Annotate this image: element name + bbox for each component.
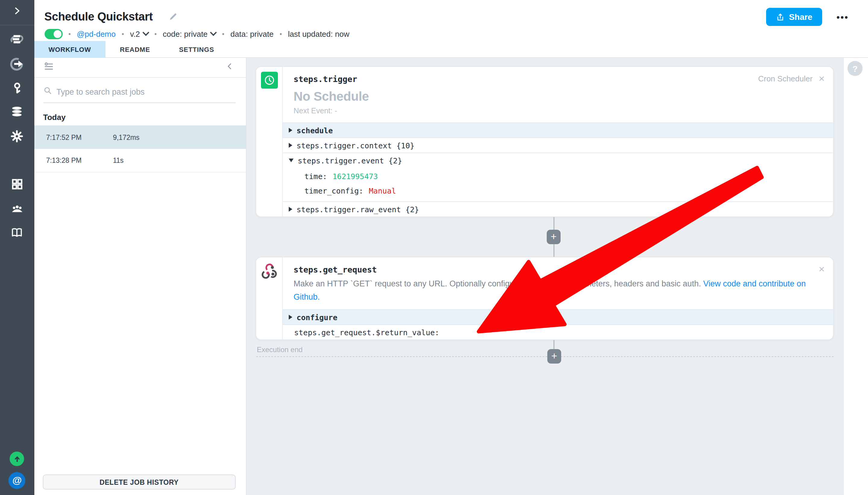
trigger-event-children: time: 1621995473 timer_config: Manual xyxy=(283,168,833,201)
job-row[interactable]: 7:13:28 PM 11s xyxy=(34,149,246,172)
page-title: Schedule Quickstart xyxy=(44,10,153,23)
step-connector xyxy=(256,340,834,356)
chevron-down-icon xyxy=(210,29,217,36)
share-icon xyxy=(776,12,785,21)
collapse-panel-button[interactable] xyxy=(225,62,234,73)
owner-link[interactable]: @pd-demo xyxy=(77,29,116,38)
pipeline-icon xyxy=(10,32,24,49)
chevron-down-icon xyxy=(142,29,150,36)
sidebar-item-community[interactable] xyxy=(0,198,34,222)
right-strip: ? xyxy=(844,58,868,495)
chevron-right-icon xyxy=(12,6,22,18)
help-button[interactable]: ? xyxy=(848,61,863,76)
active-toggle[interactable] xyxy=(44,29,63,39)
sidebar-item-settings[interactable] xyxy=(0,125,34,149)
at-icon: @ xyxy=(9,472,25,489)
tab-bar: WORKFLOW README SETTINGS xyxy=(34,41,868,58)
expand-right-icon xyxy=(289,315,292,320)
job-time: 7:17:52 PM xyxy=(46,134,82,141)
row-configure[interactable]: configure xyxy=(283,309,833,324)
tab-readme[interactable]: README xyxy=(105,41,164,58)
row-trigger-raw-event[interactable]: steps.trigger.raw_event {2} xyxy=(283,201,833,217)
header: Schedule Quickstart Share ••• • xyxy=(34,0,868,58)
execution-end-line: Execution end + xyxy=(256,356,834,357)
code-visibility-dropdown[interactable]: code: private xyxy=(163,29,216,38)
job-duration: 9,172ms xyxy=(113,134,140,141)
data-visibility-label: data: private xyxy=(230,29,274,38)
sidebar-item-event-sources[interactable] xyxy=(0,53,34,77)
step-gutter xyxy=(256,67,283,217)
step-service-label: Cron Scheduler xyxy=(758,74,813,83)
workflow-meta: • @pd-demo • v.2 • code: private • data:… xyxy=(34,27,868,41)
event-timer-config-value: Manual xyxy=(369,186,396,195)
step-connector: + xyxy=(256,217,834,257)
step-card-trigger[interactable]: steps.trigger Cron Scheduler × No Schedu… xyxy=(256,66,834,217)
app-window: @ Schedule Quickstart Share xyxy=(0,0,868,495)
job-history-panel: Today 7:17:52 PM 9,172ms 7:13:28 PM 11s … xyxy=(34,58,246,495)
rail-divider xyxy=(0,25,34,25)
event-child-time: time: 1621995473 xyxy=(283,169,833,183)
execution-end-label: Execution end xyxy=(257,345,302,354)
database-icon xyxy=(11,105,24,121)
jobs-section-label: Today xyxy=(43,113,237,122)
grid-icon xyxy=(11,178,23,193)
sidebar-item-pipelines[interactable] xyxy=(0,28,34,52)
sidebar-item-sql[interactable] xyxy=(0,101,34,125)
edit-title-button[interactable] xyxy=(169,12,178,22)
expand-down-icon xyxy=(289,158,294,162)
search-input[interactable] xyxy=(56,87,236,96)
version-dropdown[interactable]: v.2 xyxy=(130,29,148,38)
step-name: steps.trigger xyxy=(294,74,357,84)
sidebar-item-docs[interactable] xyxy=(0,222,34,246)
people-icon xyxy=(10,202,24,218)
event-child-timer-config: timer_config: Manual xyxy=(283,183,833,198)
key-icon xyxy=(11,82,23,97)
row-return-value[interactable]: steps.get_request.$return_value: xyxy=(283,324,833,339)
job-time: 7:13:28 PM xyxy=(46,157,82,164)
expand-right-icon xyxy=(289,143,292,148)
step-card-get-request[interactable]: steps.get_request × Make an HTTP `GET` r… xyxy=(256,257,834,340)
workflow-canvas: steps.trigger Cron Scheduler × No Schedu… xyxy=(246,58,844,495)
row-schedule[interactable]: schedule xyxy=(283,122,833,137)
event-time-value: 1621995473 xyxy=(332,172,378,181)
book-icon xyxy=(11,226,24,241)
more-menu-button[interactable]: ••• xyxy=(836,12,849,22)
account-button[interactable]: @ xyxy=(0,468,34,493)
upgrade-button[interactable] xyxy=(0,447,34,471)
job-row[interactable]: 7:17:52 PM 9,172ms xyxy=(34,125,246,149)
gear-icon xyxy=(11,129,24,145)
share-button[interactable]: Share xyxy=(766,8,822,26)
arrow-out-circle-icon xyxy=(10,56,24,73)
main-area: Schedule Quickstart Share ••• • xyxy=(34,0,868,495)
close-icon[interactable]: × xyxy=(819,73,824,84)
share-label: Share xyxy=(789,12,813,22)
arrow-up-circle-icon xyxy=(10,451,24,466)
last-updated-label: last updated: now xyxy=(288,29,349,38)
tab-workflow[interactable]: WORKFLOW xyxy=(34,41,105,58)
cron-clock-icon xyxy=(261,72,278,89)
close-icon[interactable]: × xyxy=(819,264,824,274)
delete-job-history-button[interactable]: DELETE JOB HISTORY xyxy=(42,475,236,490)
search-icon xyxy=(43,86,52,97)
row-trigger-context[interactable]: steps.trigger.context {10} xyxy=(283,137,833,153)
job-duration: 11s xyxy=(113,157,124,164)
expand-right-icon xyxy=(289,128,292,133)
step-gutter xyxy=(256,257,283,339)
expand-sidebar-button[interactable] xyxy=(0,0,34,24)
sidebar-item-apps[interactable] xyxy=(0,173,34,198)
expand-right-icon xyxy=(289,207,292,211)
filter-list-icon[interactable] xyxy=(43,61,54,74)
nav-rail: @ xyxy=(0,0,34,495)
trigger-headline: No Schedule xyxy=(294,89,822,104)
step-name: steps.get_request xyxy=(294,264,377,274)
sidebar-item-keys[interactable] xyxy=(0,77,34,101)
add-step-button[interactable]: + xyxy=(547,349,561,363)
trigger-next-event: Next Event: - xyxy=(294,107,822,115)
job-search xyxy=(43,86,236,103)
add-step-button[interactable]: + xyxy=(547,230,560,244)
webhook-icon xyxy=(261,271,278,281)
step-description: Make an HTTP `GET` request to any URL. O… xyxy=(294,277,822,304)
tab-settings[interactable]: SETTINGS xyxy=(164,41,228,58)
row-trigger-event[interactable]: steps.trigger.event {2} xyxy=(283,153,833,168)
